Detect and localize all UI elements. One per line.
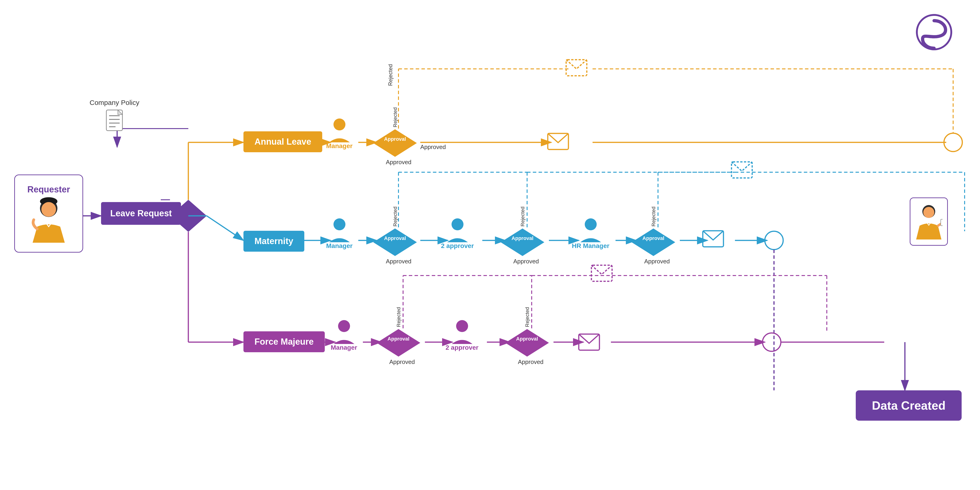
svg-text:Approval: Approval [384,235,406,241]
svg-point-72 [334,218,345,230]
svg-rect-93 [941,219,943,226]
maternity-2approver-node: 2 approver [441,217,474,250]
maternity-diamond-3: Approval Approved Rejected [630,228,676,258]
annual-leave-box: Annual Leave [243,131,322,152]
maternity-diamond-2: Approval Approved Rejected [500,228,546,258]
fm-diamond-2: Approval Approved Rejected [504,328,550,359]
maternity-box: Maternity [243,231,304,252]
leave-request-box: Leave Request [101,202,181,225]
flow-lines [0,0,980,490]
svg-point-92 [923,207,934,218]
fm-manager-label: Manager [331,344,357,351]
svg-point-78 [585,218,597,230]
svg-point-46 [762,333,781,351]
annual-manager-label: Manager [326,142,353,150]
svg-point-83 [338,320,350,332]
maternity-hr-manager-node: HR Manager [572,217,609,250]
svg-point-67 [334,118,345,130]
requester-label: Requester [27,185,70,194]
svg-marker-73 [373,229,417,256]
svg-text:Approval: Approval [384,136,406,142]
svg-text:Approval: Approval [511,235,533,241]
data-created-box: Data Created [856,390,962,421]
svg-marker-87 [505,329,549,356]
fm-rejected-email-icon [590,264,613,283]
fm-2approver-label: 2 approver [445,344,479,351]
svg-marker-76 [501,229,544,256]
maternity-hr-label: HR Manager [572,242,609,250]
fm-diamond-1: Approval Approved Rejected [375,328,422,359]
svg-point-30 [765,231,783,250]
annual-rejected-text: Rejected [387,64,394,86]
company-policy-label: Company Policy [89,99,139,107]
svg-marker-79 [632,229,675,256]
svg-text:Approval: Approval [516,336,538,342]
maternity-rejected-email-icon [730,161,753,180]
data-created-person [910,197,948,246]
maternity-manager-node: Manager [326,217,353,250]
company-policy: Company Policy [89,99,139,134]
fm-manager-node: Manager [331,319,357,351]
svg-point-61 [41,202,56,217]
annual-rejected-email-icon [565,59,588,78]
fm-email-icon [578,333,601,352]
fm-2approver-node: 2 approver [445,319,479,351]
svg-point-17 [944,133,963,151]
document-icon [104,109,125,134]
annual-approval-diamond: Approval Approved Rejected [372,128,418,159]
svg-marker-84 [377,329,420,356]
svg-point-75 [452,218,463,230]
maternity-2approver-label: 2 approver [441,242,474,250]
svg-line-9 [207,216,243,240]
annual-manager-node: Manager [326,117,353,150]
maternity-email-icon [702,230,725,249]
maternity-diamond-1: Approval Approved Rejected [372,228,418,258]
svg-text:Approval: Approval [387,336,409,342]
requester-box: Requester [14,175,83,253]
svg-point-86 [456,320,468,332]
svg-marker-68 [373,129,417,157]
annual-email-icon [547,132,570,151]
svg-text:Approval: Approval [643,235,664,241]
maternity-manager-label: Manager [326,242,353,250]
annual-approved-text: Approved [420,143,446,151]
diagram-container: Requester Company Policy [0,0,980,490]
force-majeure-box: Force Majeure [243,331,325,352]
requester-figure [30,197,67,243]
logo [916,14,953,51]
